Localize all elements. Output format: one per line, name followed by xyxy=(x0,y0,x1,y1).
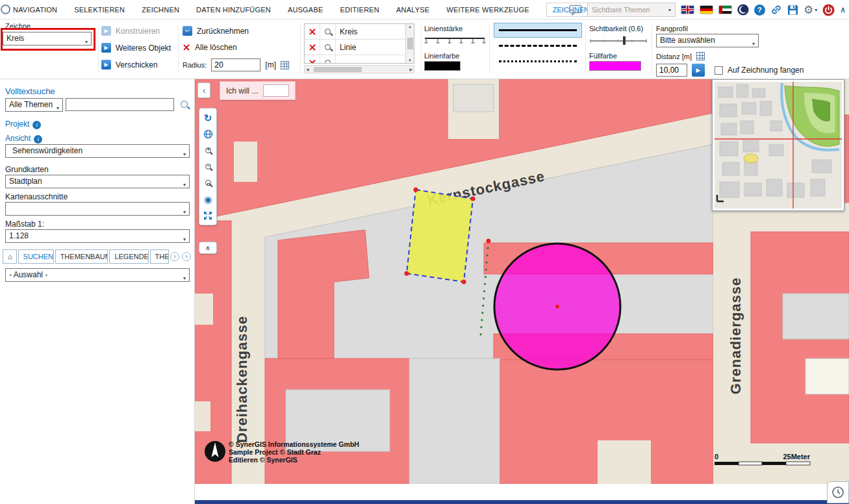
radius-input[interactable] xyxy=(211,58,260,71)
line-style-dashed[interactable] xyxy=(494,38,582,53)
horizontal-scrollbar[interactable]: ◀ ▶ xyxy=(304,65,414,73)
menu-tab-daten-hinzufuegen[interactable]: DATEN HINZUFÜGEN xyxy=(196,6,271,14)
fangprofil-dropdown-value: Bitte auswählen xyxy=(660,36,715,45)
search-icon[interactable] xyxy=(181,101,188,108)
delete-x-icon[interactable] xyxy=(309,59,316,64)
tab-scroll-right-icon[interactable]: › xyxy=(170,252,179,261)
menu-tab-selektieren[interactable]: SELEKTIEREN xyxy=(74,6,125,14)
scroll-down-icon[interactable]: ▼ xyxy=(408,58,412,62)
full-extent-button[interactable] xyxy=(201,208,215,222)
delete-x-icon[interactable] xyxy=(309,28,316,36)
zeichne-dropdown[interactable]: Kreis ▾ xyxy=(3,32,92,45)
menu-tab-analyse[interactable]: ANALYSE xyxy=(396,6,429,14)
vertical-scrollbar[interactable]: ▲ ▼ xyxy=(405,24,414,63)
visibility-slider[interactable] xyxy=(589,35,648,48)
fangprofil-label: Fangprofil xyxy=(656,25,688,32)
tab-legende[interactable]: LEGENDE xyxy=(109,249,148,264)
share-link-icon[interactable] xyxy=(770,4,782,16)
scrollbar-thumb[interactable] xyxy=(407,38,413,49)
projekt-label: Projekt xyxy=(5,120,29,129)
sidebar-collapse-button[interactable]: ‹ xyxy=(197,82,210,98)
menu-tab-zeichnen[interactable]: ZEICHNEN xyxy=(142,6,179,14)
menu-tab-editieren[interactable]: EDITIEREN xyxy=(340,6,379,14)
zoom-to-icon[interactable] xyxy=(325,44,331,50)
alle-loeschen-button[interactable]: Alle löschen xyxy=(183,43,237,52)
suche-scope-value: Alle Themen xyxy=(9,100,53,109)
center-map-button[interactable]: ◉ xyxy=(201,192,215,206)
night-mode-moon-icon[interactable] xyxy=(737,4,749,16)
arrow-icon: ▶ xyxy=(101,43,111,53)
menu-tab-weitere-werkzeuge[interactable]: WEITERE WERKZEUGE xyxy=(446,6,529,14)
ich-will-widget[interactable]: Ich will ... xyxy=(220,81,296,100)
logout-power-icon[interactable] xyxy=(822,4,835,16)
delete-x-icon[interactable] xyxy=(309,44,316,51)
fangprofil-dropdown[interactable]: Bitte auswählen ▾ xyxy=(656,34,759,47)
speech-bubble-icon[interactable] xyxy=(569,5,582,16)
table-grid-icon[interactable] xyxy=(696,52,705,60)
kartenausschnitte-dropdown[interactable]: ▾ xyxy=(5,202,190,216)
zoom-out-button[interactable]: − xyxy=(201,160,215,173)
language-english-flag-icon[interactable] xyxy=(681,5,694,14)
distanz-input[interactable] xyxy=(656,64,687,77)
verschicken-button[interactable]: ▶ Verschicken xyxy=(101,60,158,69)
history-clock-button[interactable] xyxy=(827,481,849,503)
zoom-window-button[interactable] xyxy=(201,176,215,190)
fill-color-swatch[interactable] xyxy=(589,61,641,71)
weiteres-objekt-button[interactable]: ▶ Weiteres Objekt xyxy=(101,43,171,53)
app-circle-icon[interactable] xyxy=(1,5,10,14)
tab-home[interactable]: ⌂ xyxy=(3,249,17,264)
volltext-search-input[interactable] xyxy=(66,98,174,111)
info-icon[interactable]: i xyxy=(34,135,42,144)
fangen-checkbox[interactable] xyxy=(715,66,723,75)
list-item[interactable]: Linie xyxy=(305,40,414,55)
zoom-to-icon[interactable] xyxy=(325,60,331,64)
info-icon[interactable]: i xyxy=(32,121,41,129)
table-grid-icon[interactable] xyxy=(281,61,289,69)
map-viewport[interactable]: Kernstockgasse Dreihackengasse Grenadier… xyxy=(195,79,849,484)
line-width-control[interactable] xyxy=(424,35,486,48)
tab-themenbaum[interactable]: THEMENBAUM xyxy=(55,249,108,264)
tab-themen-clipped[interactable]: THEM xyxy=(150,249,169,264)
apply-distanz-button[interactable]: ▶ xyxy=(692,64,705,77)
menu-tab-ausgabe[interactable]: AUSGABE xyxy=(288,6,323,14)
drawn-objects-list[interactable]: Kreis Linie ▲ ▼ xyxy=(304,23,414,64)
tab-suchen[interactable]: SUCHEN xyxy=(18,249,54,264)
line-color-swatch[interactable] xyxy=(424,61,461,71)
massstab-dropdown[interactable]: 1.128 ▾ xyxy=(5,229,190,243)
zoom-to-icon[interactable] xyxy=(325,29,331,34)
overview-globe-button[interactable] xyxy=(201,127,215,141)
toolbar-collapse-button[interactable]: ∧ xyxy=(199,242,217,254)
language-german-flag-icon[interactable] xyxy=(700,5,713,14)
suche-scope-dropdown[interactable]: Alle Themen ▾ xyxy=(5,98,63,112)
scroll-up-icon[interactable]: ▲ xyxy=(408,25,412,29)
volltextsuche-link[interactable]: Volltextsuche xyxy=(5,86,55,96)
zuruecknehmen-button[interactable]: ↩ Zurücknehmen xyxy=(183,26,249,36)
menu-tab-navigation[interactable]: NAVIGATION xyxy=(13,6,57,14)
collapse-ribbon-icon[interactable]: ∧ xyxy=(840,5,846,14)
language-arabic-flag-icon[interactable] xyxy=(718,5,732,14)
scroll-left-icon[interactable]: ◀ xyxy=(306,67,309,71)
overview-map[interactable] xyxy=(712,79,844,211)
auswahl-dropdown[interactable]: - Auswahl - ▾ xyxy=(5,268,190,282)
list-item[interactable] xyxy=(305,55,414,64)
grundkarten-dropdown[interactable]: Stadtplan ▾ xyxy=(5,175,190,188)
scroll-right-icon[interactable]: ▶ xyxy=(409,67,412,71)
visible-themes-dropdown[interactable]: Sichtbare Themen ▾ xyxy=(587,3,676,17)
line-style-dotted[interactable] xyxy=(494,54,582,69)
ich-will-input[interactable] xyxy=(263,84,289,97)
drawn-circle[interactable] xyxy=(494,244,620,370)
settings-gear-icon[interactable]: ⚙ ▾ xyxy=(804,5,817,16)
drawn-polygon[interactable] xyxy=(405,188,475,284)
save-icon[interactable] xyxy=(787,5,798,16)
list-item[interactable]: Kreis xyxy=(305,24,414,40)
delete-x-icon xyxy=(183,44,190,51)
zoom-in-button[interactable]: + xyxy=(201,144,215,157)
scrollbar-thumb[interactable] xyxy=(314,67,362,72)
help-icon[interactable]: ? xyxy=(754,5,765,16)
refresh-button[interactable]: ↻ xyxy=(201,111,215,125)
line-style-solid[interactable] xyxy=(494,23,582,38)
ansicht-dropdown[interactable]: Sehenswürdigkeiten ▾ xyxy=(5,144,190,158)
tab-overflow-icon[interactable]: › xyxy=(182,252,191,261)
street-label-grenadiergasse: Grenadiergasse xyxy=(728,277,744,394)
line-style-list[interactable] xyxy=(494,23,582,69)
